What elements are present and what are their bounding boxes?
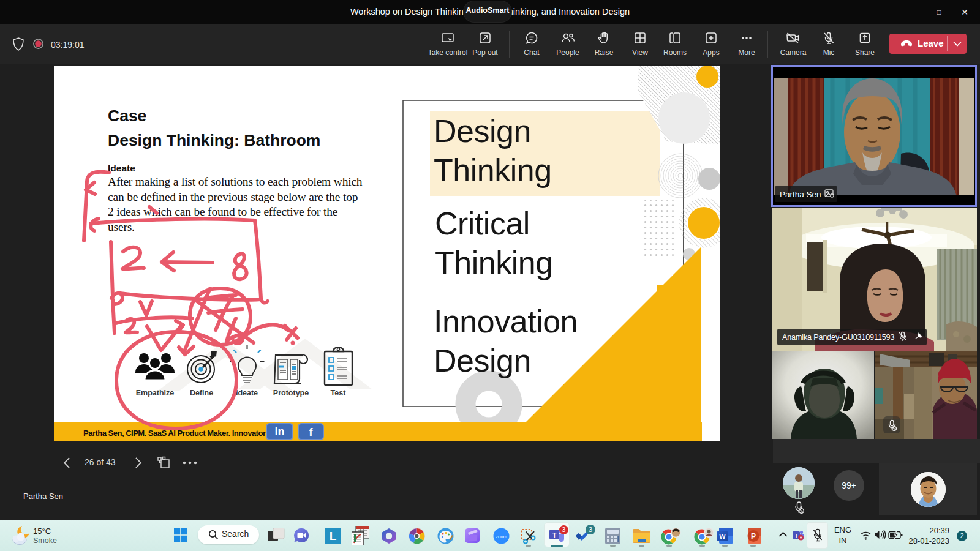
svg-text:Anamika Pandey-GU0310911593: Anamika Pandey-GU0310911593 bbox=[782, 333, 894, 342]
svg-text:P: P bbox=[751, 532, 756, 541]
svg-text:T: T bbox=[552, 531, 557, 539]
svg-text:Partha Sen: Partha Sen bbox=[780, 190, 821, 199]
svg-text:W: W bbox=[719, 533, 726, 540]
svg-text:T: T bbox=[794, 533, 798, 539]
svg-text:zoom: zoom bbox=[496, 534, 507, 539]
